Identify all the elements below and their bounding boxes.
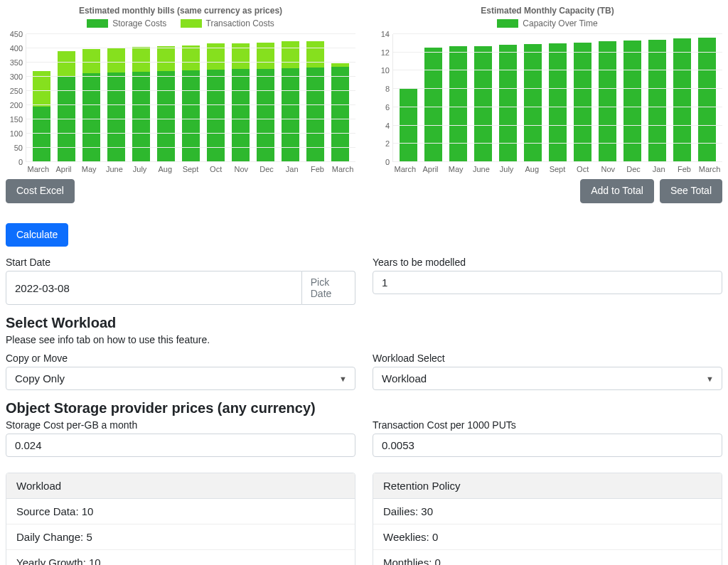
workload-select[interactable]: Workload (373, 367, 722, 390)
select-workload-heading: Select Workload (6, 315, 722, 331)
x-label: March (26, 165, 51, 173)
bar-slot (178, 34, 203, 162)
bar[interactable] (524, 44, 542, 162)
bar-slot (154, 34, 178, 162)
prices-heading: Object Storage provider prices (any curr… (6, 400, 722, 416)
bar-slot (303, 34, 328, 162)
bar-slot (328, 34, 353, 162)
bar-slot (54, 34, 79, 162)
y-tick: 0 (385, 158, 390, 166)
calculate-button[interactable]: Calculate (6, 223, 68, 247)
start-date-input[interactable] (6, 271, 302, 305)
pick-date-button[interactable]: Pick Date (302, 271, 355, 305)
x-label: Sept (545, 165, 570, 173)
retention-monthlies: Monthlies: 0 (373, 550, 722, 565)
retention-card: Retention Policy Dailies: 30 Weeklies: 0… (373, 473, 722, 565)
y-tick: 100 (10, 129, 23, 138)
bar[interactable] (549, 43, 567, 162)
bar[interactable] (82, 49, 100, 162)
retention-dailies: Dailies: 30 (373, 499, 722, 524)
x-label: March (697, 165, 722, 173)
retention-weeklies: Weeklies: 0 (373, 524, 722, 550)
years-input[interactable] (373, 271, 722, 294)
y-tick: 150 (10, 115, 23, 124)
x-label: March (330, 165, 355, 173)
workload-select-label: Workload Select (373, 353, 722, 364)
y-tick: 50 (14, 144, 23, 152)
bar-slot (29, 34, 54, 162)
bar[interactable] (474, 46, 492, 162)
x-label: Feb (672, 165, 697, 173)
y-tick: 10 (381, 66, 390, 75)
txn-cost-label: Transaction Cost per 1000 PUTs (373, 419, 722, 431)
x-label: Sept (178, 165, 203, 173)
x-label: Jan (279, 165, 305, 173)
bar[interactable] (58, 51, 75, 162)
workload-source-data: Source Data: 10 (6, 499, 355, 524)
x-label: April (51, 165, 77, 173)
bar[interactable] (33, 71, 50, 162)
y-tick: 450 (10, 30, 23, 38)
x-label: Jan (646, 165, 672, 173)
x-label: June (102, 165, 127, 173)
bar[interactable] (449, 46, 467, 162)
bar-slot (104, 34, 129, 162)
bills-chart: Estimated monthly bills (same currency a… (6, 6, 355, 203)
y-tick: 14 (381, 30, 390, 38)
y-tick: 350 (10, 58, 23, 67)
y-tick: 200 (10, 101, 23, 109)
workload-card-header: Workload (6, 473, 355, 499)
bar[interactable] (257, 43, 274, 162)
y-tick: 6 (385, 103, 390, 112)
x-label: May (76, 165, 102, 173)
bills-chart-legend: Storage Costs Transaction Costs (6, 18, 355, 30)
swatch-transaction-icon (181, 19, 202, 28)
workload-daily-change: Daily Change: 5 (6, 524, 355, 550)
bar-slot (228, 34, 253, 162)
x-label: Aug (519, 165, 545, 173)
legend-transaction: Transaction Costs (181, 18, 274, 28)
x-label: June (469, 165, 494, 173)
bar[interactable] (424, 48, 442, 162)
copy-or-move-label: Copy or Move (6, 353, 355, 364)
x-label: May (443, 165, 469, 173)
txn-cost-input[interactable] (373, 434, 722, 457)
bar-slot (203, 34, 228, 162)
y-tick: 2 (385, 139, 390, 148)
y-tick: 300 (10, 72, 23, 81)
y-tick: 12 (381, 48, 390, 57)
x-label: April (418, 165, 444, 173)
select-workload-hint: Please see info tab on how to use this f… (6, 334, 722, 345)
bar-slot (129, 34, 154, 162)
y-tick: 250 (10, 87, 23, 95)
bar[interactable] (182, 45, 200, 162)
workload-yearly-growth: Yearly Growth: 10 (6, 550, 355, 565)
retention-card-header: Retention Policy (373, 473, 722, 499)
x-label: July (127, 165, 153, 173)
bar[interactable] (306, 41, 324, 162)
x-label: Aug (152, 165, 178, 173)
legend-storage: Storage Costs (87, 18, 166, 28)
bar-slot (79, 34, 104, 162)
copy-or-move-select[interactable]: Copy Only (6, 367, 355, 390)
x-label: July (494, 165, 520, 173)
bar[interactable] (599, 41, 616, 162)
cost-excel-button[interactable]: Cost Excel (6, 179, 75, 203)
bar-slot (253, 34, 278, 162)
bar[interactable] (574, 43, 592, 162)
workload-card: Workload Source Data: 10 Daily Change: 5… (6, 473, 355, 565)
years-label: Years to be modelled (373, 257, 722, 268)
bar[interactable] (282, 41, 299, 162)
storage-cost-input[interactable] (6, 434, 355, 457)
capacity-chart-legend: Capacity Over Time (373, 18, 722, 30)
x-label: March (392, 165, 418, 173)
x-label: Dec (254, 165, 279, 173)
add-to-total-button[interactable]: Add to Total (580, 179, 654, 203)
bar[interactable] (499, 45, 517, 162)
legend-capacity: Capacity Over Time (497, 18, 597, 28)
x-label: Nov (596, 165, 621, 173)
see-total-button[interactable]: See Total (660, 179, 722, 203)
capacity-chart: Estimated Monthly Capacity (TB) Capacity… (373, 6, 722, 203)
bills-chart-title: Estimated monthly bills (same currency a… (6, 6, 355, 16)
bar[interactable] (623, 41, 641, 162)
